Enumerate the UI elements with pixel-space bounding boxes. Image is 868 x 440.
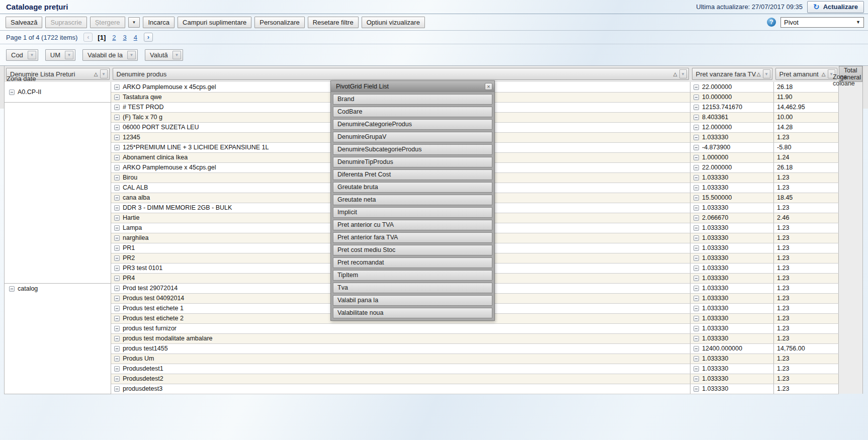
filter-dropdown-icon[interactable]: ▼ xyxy=(127,51,136,59)
view-mode-select[interactable]: Pivot ▼ xyxy=(780,17,864,28)
collapse-icon[interactable] xyxy=(114,175,120,181)
collapse-icon[interactable] xyxy=(693,165,699,170)
product-cell[interactable]: produs test modalitate ambalare xyxy=(111,333,690,343)
collapse-icon[interactable] xyxy=(693,215,699,221)
collapse-icon[interactable] xyxy=(114,155,120,160)
collapse-icon[interactable] xyxy=(693,205,699,211)
header-filter-icon[interactable]: ▼ xyxy=(763,69,770,78)
filter-chip-um[interactable]: UM▼ xyxy=(45,49,75,61)
collapse-icon[interactable] xyxy=(114,95,120,100)
collapse-icon[interactable] xyxy=(114,316,120,321)
collapse-icon[interactable] xyxy=(114,225,120,231)
toolbar-button-resetare-filtre[interactable]: Resetare filtre xyxy=(308,17,359,28)
collapse-icon[interactable] xyxy=(114,205,120,211)
toolbar-button-campuri-suplimentare[interactable]: Campuri suplimentare xyxy=(178,17,251,28)
field-list-item-greutate-bruta[interactable]: Greutate bruta xyxy=(333,182,492,193)
collapse-icon[interactable] xyxy=(9,90,15,95)
collapse-icon[interactable] xyxy=(114,306,120,311)
group-cell-blank[interactable] xyxy=(5,102,111,283)
filter-dropdown-icon[interactable]: ▼ xyxy=(28,51,36,59)
column-header-pret-amanunt[interactable]: Pret amanunt△▼ xyxy=(775,68,837,80)
collapse-icon[interactable] xyxy=(693,175,699,181)
dialog-title-bar[interactable]: PivotGrid Field List × xyxy=(331,81,494,92)
next-page-button[interactable]: › xyxy=(144,33,153,42)
collapse-icon[interactable] xyxy=(693,296,699,301)
collapse-icon[interactable] xyxy=(693,306,699,311)
filter-chip-valut[interactable]: Valută▼ xyxy=(145,49,183,61)
product-cell[interactable]: produsdetest3 xyxy=(111,384,690,394)
field-list-item-greutate-neta[interactable]: Greutate neta xyxy=(333,195,492,205)
collapse-icon[interactable] xyxy=(114,356,120,362)
field-list-item-valabil-pana-la[interactable]: Valabil pana la xyxy=(333,295,492,306)
toolbar-button-salveaz[interactable]: Salvează xyxy=(6,17,42,28)
collapse-icon[interactable] xyxy=(114,165,120,170)
collapse-icon[interactable] xyxy=(693,125,699,130)
collapse-icon[interactable] xyxy=(114,296,120,301)
collapse-icon[interactable] xyxy=(693,195,699,201)
collapse-icon[interactable] xyxy=(693,366,699,372)
product-cell[interactable]: produs test1455 xyxy=(111,343,690,354)
field-list-item-pret-anterior-fara-tva[interactable]: Pret anterior fara TVA xyxy=(333,232,492,243)
collapse-icon[interactable] xyxy=(693,95,699,100)
collapse-icon[interactable] xyxy=(693,105,699,110)
collapse-icon[interactable] xyxy=(114,386,120,392)
field-list-item-denumiregrupav[interactable]: DenumireGrupaV xyxy=(333,132,492,142)
collapse-icon[interactable] xyxy=(693,135,699,140)
prev-page-button[interactable]: ‹ xyxy=(83,33,93,42)
collapse-icon[interactable] xyxy=(114,346,120,351)
field-list-item-tva[interactable]: Tva xyxy=(333,283,492,293)
filter-dropdown-icon[interactable]: ▼ xyxy=(65,51,73,59)
header-filter-icon[interactable]: ▼ xyxy=(100,69,108,78)
collapse-icon[interactable] xyxy=(114,266,120,271)
field-list-item-pret-recomandat[interactable]: Pret recomandat xyxy=(333,257,492,268)
field-list-item-tipitem[interactable]: TipItem xyxy=(333,270,492,281)
collapse-icon[interactable] xyxy=(693,346,699,351)
collapse-icon[interactable] xyxy=(693,276,699,281)
collapse-icon[interactable] xyxy=(693,145,699,150)
field-list-item-valabilitate-noua[interactable]: Valabilitate noua xyxy=(333,308,492,318)
collapse-icon[interactable] xyxy=(114,145,120,150)
collapse-icon[interactable] xyxy=(114,336,120,341)
collapse-icon[interactable] xyxy=(693,255,699,261)
collapse-icon[interactable] xyxy=(693,245,699,251)
collapse-icon[interactable] xyxy=(693,356,699,362)
collapse-icon[interactable] xyxy=(693,155,699,160)
collapse-icon[interactable] xyxy=(114,125,120,130)
collapse-icon[interactable] xyxy=(114,84,120,90)
collapse-icon[interactable] xyxy=(114,255,120,261)
toolbar-dropdown-button[interactable]: ▼ xyxy=(128,17,140,28)
group-cell-a0-cp-ii[interactable]: A0.CP-II xyxy=(5,82,111,102)
group-cell-catalog[interactable]: catalog xyxy=(5,283,111,394)
field-list-item-codbare[interactable]: CodBare xyxy=(333,107,492,117)
dialog-close-icon[interactable]: × xyxy=(485,83,492,90)
field-list-item-pret-cost-mediu-stoc[interactable]: Pret cost mediu Stoc xyxy=(333,245,492,255)
collapse-icon[interactable] xyxy=(693,266,699,271)
collapse-icon[interactable] xyxy=(114,215,120,221)
collapse-icon[interactable] xyxy=(693,115,699,120)
product-cell[interactable]: produs test furnizor xyxy=(111,323,690,333)
page-link-3[interactable]: 3 xyxy=(123,34,126,41)
collapse-icon[interactable] xyxy=(693,386,699,392)
collapse-icon[interactable] xyxy=(114,185,120,191)
field-list-item-denumirecategorieprodus[interactable]: DenumireCategorieProdus xyxy=(333,119,492,130)
toolbar-button-incarca[interactable]: Incarca xyxy=(143,17,175,28)
help-icon[interactable]: ? xyxy=(767,18,776,27)
collapse-icon[interactable] xyxy=(114,366,120,372)
product-cell[interactable]: Produsdetest2 xyxy=(111,374,690,384)
filter-dropdown-icon[interactable]: ▼ xyxy=(172,51,181,59)
collapse-icon[interactable] xyxy=(693,225,699,231)
field-list-item-denumiretipprodus[interactable]: DenumireTipProdus xyxy=(333,157,492,167)
toolbar-button-suprascrie[interactable]: Suprascrie xyxy=(45,17,86,28)
collapse-icon[interactable] xyxy=(114,195,120,201)
collapse-icon[interactable] xyxy=(693,235,699,241)
field-list-item-diferenta-pret-cost[interactable]: Diferenta Pret Cost xyxy=(333,169,492,180)
field-list-item-implicit[interactable]: Implicit xyxy=(333,207,492,218)
collapse-icon[interactable] xyxy=(114,276,120,281)
collapse-icon[interactable] xyxy=(693,316,699,321)
column-header-pret-vanzare-fara-tva[interactable]: Pret vanzare fara TVA△▼ xyxy=(692,68,772,80)
collapse-icon[interactable] xyxy=(114,105,120,110)
filter-chip-cod[interactable]: Cod▼ xyxy=(6,49,38,61)
collapse-icon[interactable] xyxy=(114,286,120,291)
collapse-icon[interactable] xyxy=(693,84,699,90)
collapse-icon[interactable] xyxy=(114,326,120,331)
